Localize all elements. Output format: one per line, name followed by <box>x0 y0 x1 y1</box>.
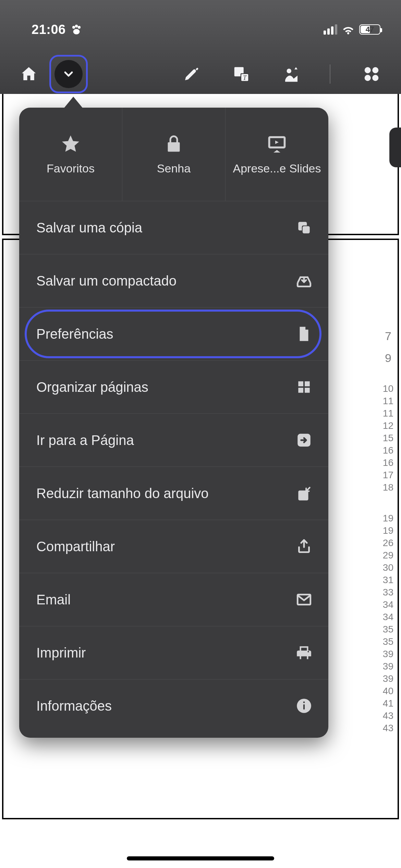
svg-point-11 <box>365 75 371 81</box>
svg-point-3 <box>73 29 80 34</box>
quick-password[interactable]: Senha <box>122 108 226 201</box>
svg-point-8 <box>287 69 292 73</box>
page-number: 30 <box>383 562 393 574</box>
page-number: 19 <box>383 525 393 537</box>
page-number: 34 <box>383 599 393 611</box>
page-number: 9 <box>383 352 393 364</box>
highlighter-button[interactable] <box>180 62 203 86</box>
presentation-icon <box>267 134 287 154</box>
menu-preferences[interactable]: Preferências <box>19 307 328 360</box>
svg-rect-26 <box>303 704 305 710</box>
menu-goto-page[interactable]: Ir para a Página <box>19 413 328 467</box>
page-number: 12 <box>383 420 393 432</box>
page-number: 11 <box>383 395 393 407</box>
menu-share[interactable]: Compartilhar <box>19 520 328 573</box>
compress-icon <box>295 485 313 502</box>
edge-tab[interactable] <box>389 128 401 167</box>
page-number: 29 <box>383 549 393 562</box>
page-number: 10 <box>383 383 393 395</box>
toolbar: T <box>0 55 401 93</box>
quick-favorites[interactable]: Favoritos <box>19 108 122 201</box>
dropdown-toggle[interactable] <box>49 55 88 93</box>
lock-icon <box>163 134 184 154</box>
page-number: 33 <box>383 586 393 599</box>
text-image-button[interactable]: T <box>230 62 253 86</box>
star-icon <box>60 134 81 154</box>
page-number: 26 <box>383 537 393 549</box>
printer-icon <box>295 644 313 661</box>
popover-arrow <box>64 97 83 108</box>
page-number: 16 <box>383 444 393 457</box>
dropdown-menu: Favoritos Senha Aprese...e Slides Salvar… <box>19 108 328 738</box>
page-number: 39 <box>383 660 393 673</box>
menu-info[interactable]: Informações <box>19 679 328 732</box>
wifi-icon <box>341 23 355 36</box>
svg-rect-18 <box>298 381 303 386</box>
page-number: 18 <box>383 481 393 494</box>
info-icon <box>295 697 313 714</box>
svg-rect-27 <box>303 702 305 703</box>
quick-label: Aprese...e Slides <box>233 162 321 175</box>
menu-organize-pages[interactable]: Organizar páginas <box>19 360 328 413</box>
page-number: 34 <box>383 611 393 623</box>
page-number: 31 <box>383 574 393 586</box>
page-number: 15 <box>383 432 393 444</box>
share-icon <box>295 538 313 555</box>
svg-rect-21 <box>305 388 310 393</box>
quick-actions-row: Favoritos Senha Aprese...e Slides <box>19 108 328 201</box>
page-number: 39 <box>383 648 393 660</box>
svg-rect-19 <box>305 381 310 386</box>
svg-rect-17 <box>303 226 310 233</box>
page-number-sidebar: 7 9 101111121516161718 19192629303133343… <box>383 330 393 753</box>
arrow-right-box-icon <box>295 432 313 449</box>
inbox-download-icon <box>295 272 313 289</box>
page-number: 11 <box>383 407 393 420</box>
copy-icon <box>295 219 313 236</box>
svg-rect-23 <box>298 491 308 501</box>
page-number: 40 <box>383 685 393 697</box>
paw-icon <box>70 23 83 36</box>
quick-label: Senha <box>157 162 191 175</box>
page-number: 35 <box>383 623 393 636</box>
menu-list: Salvar uma cópia Salvar um compactado Pr… <box>19 201 328 732</box>
home-indicator <box>127 856 274 860</box>
quick-label: Favoritos <box>47 162 95 175</box>
svg-marker-14 <box>275 141 279 144</box>
page-number: 16 <box>383 457 393 469</box>
battery-icon: 47 <box>359 24 380 35</box>
menu-print[interactable]: Imprimir <box>19 626 328 679</box>
svg-point-9 <box>365 67 371 73</box>
page-number: 41 <box>383 697 393 710</box>
document-icon <box>295 325 313 342</box>
mail-icon <box>295 591 313 608</box>
apps-grid-button[interactable] <box>360 62 383 86</box>
svg-point-10 <box>372 67 378 73</box>
svg-point-2 <box>78 26 81 29</box>
page-number: 17 <box>383 469 393 481</box>
insert-image-button[interactable] <box>280 62 303 86</box>
cellular-icon <box>324 24 337 35</box>
quick-slideshow[interactable]: Aprese...e Slides <box>226 108 328 201</box>
menu-save-zip[interactable]: Salvar um compactado <box>19 254 328 307</box>
menu-email[interactable]: Email <box>19 573 328 626</box>
grid-icon <box>295 378 313 396</box>
page-number: 7 <box>383 330 393 342</box>
chevron-down-icon <box>62 67 75 81</box>
status-bar: 21:06 47 <box>0 19 401 40</box>
svg-point-0 <box>72 26 75 29</box>
svg-point-12 <box>372 75 378 81</box>
menu-save-copy[interactable]: Salvar uma cópia <box>19 201 328 254</box>
toolbar-divider <box>330 64 330 84</box>
page-number: 43 <box>383 710 393 722</box>
page-number: 43 <box>383 722 393 734</box>
status-time: 21:06 <box>32 22 66 37</box>
home-button[interactable] <box>17 62 40 86</box>
page-number: 39 <box>383 673 393 685</box>
menu-reduce-size[interactable]: Reduzir tamanho do arquivo <box>19 467 328 520</box>
page-number: 19 <box>383 512 393 525</box>
svg-rect-20 <box>298 388 303 393</box>
svg-point-1 <box>75 25 78 27</box>
page-number: 35 <box>383 636 393 648</box>
